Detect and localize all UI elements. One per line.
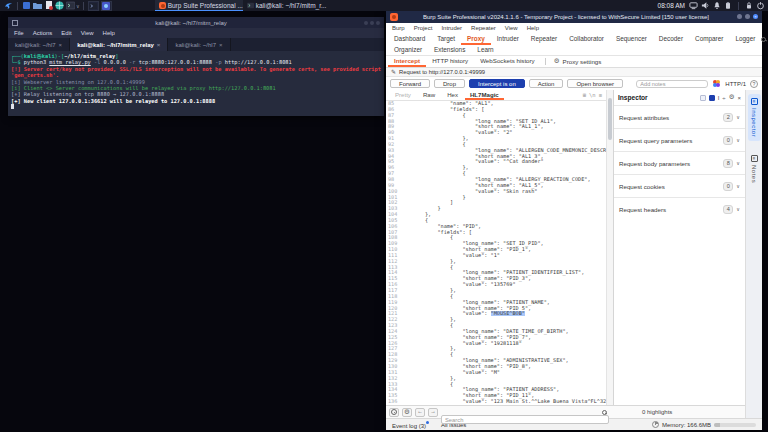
power-icon[interactable]	[756, 1, 765, 10]
tab-target[interactable]: Target	[431, 33, 461, 45]
close-icon[interactable]: ×	[219, 42, 223, 48]
subtab-websockets-history[interactable]: WebSockets history	[474, 56, 541, 67]
volume-icon[interactable]	[701, 1, 710, 10]
grid-view-icon[interactable]: ⊞	[583, 92, 586, 98]
add-notes-input[interactable]	[636, 80, 708, 88]
text-cursor-icon[interactable]: I	[718, 95, 720, 101]
chevron-down-icon[interactable]: ∨	[736, 114, 740, 120]
tab-collaborator[interactable]: Collaborator	[563, 33, 610, 45]
chevron-down-icon[interactable]: ∨	[736, 160, 740, 166]
inspector-row[interactable]: Request cookies0∨	[614, 174, 745, 197]
editor-tab-pretty[interactable]: Pretty	[390, 90, 416, 100]
inspector-row[interactable]: Request query parameters0∨	[614, 128, 745, 151]
close-icon[interactable]: ×	[737, 95, 741, 101]
burp-menu-view[interactable]: View	[505, 25, 518, 31]
tab-repeater[interactable]: Repeater	[525, 33, 563, 45]
gear-icon[interactable]: ⚙	[729, 94, 735, 101]
search-history-button[interactable]	[389, 408, 399, 417]
event-log-button[interactable]: Event log (3)	[392, 421, 429, 429]
minimize-icon[interactable]	[364, 21, 368, 25]
clipboard-icon[interactable]	[724, 1, 732, 10]
inspector-row[interactable]: Request body parameters8∨	[614, 151, 745, 174]
action-button[interactable]: Action	[529, 79, 564, 88]
inspector-row[interactable]: Request attributes2∨	[614, 105, 745, 128]
kali-menu-icon[interactable]	[4, 1, 13, 10]
clock[interactable]: 08:08 AM	[658, 2, 685, 9]
search-input[interactable]	[441, 415, 609, 424]
forward-button[interactable]: Forward	[390, 79, 430, 88]
terminal-menu-view[interactable]: View	[81, 30, 94, 36]
inspector-view-expanded-icon[interactable]	[709, 95, 715, 101]
taskbar-window-burp[interactable]: Burp Suite Professional ...	[155, 0, 243, 11]
workspace-terminal-icon[interactable]	[88, 1, 99, 11]
tab-logger[interactable]: Logger	[729, 33, 761, 45]
inspector-view-compact-icon[interactable]	[700, 95, 706, 101]
maximize-icon[interactable]	[745, 14, 750, 19]
tab-sequencer[interactable]: Sequencer	[610, 33, 653, 45]
close-icon[interactable]	[376, 21, 380, 25]
subtab-http-history[interactable]: HTTP history	[426, 56, 474, 67]
burp-menu-intruder[interactable]: Intruder	[441, 25, 462, 31]
editor-tab-raw[interactable]: Raw	[418, 90, 440, 100]
side-tab-inspector[interactable]: ≡Inspector	[748, 94, 761, 141]
editor-scrollbar[interactable]	[606, 90, 613, 405]
tab-organizer[interactable]: Organizer	[388, 45, 428, 55]
drop-button[interactable]: Drop	[434, 79, 465, 88]
close-icon[interactable]: ×	[157, 42, 161, 48]
terminal-window-controls[interactable]	[364, 21, 380, 25]
side-tab-notes[interactable]: ≡Notes	[748, 151, 761, 187]
next-match-button[interactable]: →	[428, 408, 438, 417]
help-icon[interactable]: ?	[750, 80, 758, 88]
lock-icon[interactable]	[745, 1, 753, 10]
burp-titlebar[interactable]: Burp Suite Professional v2024.1.1.6 - Te…	[386, 10, 762, 23]
burp-menu-burp[interactable]: Burp	[392, 25, 405, 31]
text-editor-launcher-icon[interactable]	[44, 1, 53, 10]
terminal-tab[interactable]: kali@kali: ~/hl7×	[8, 38, 70, 51]
chevron-down-icon[interactable]: ∨	[736, 206, 740, 212]
open-browser-button[interactable]: Open browser	[567, 79, 623, 88]
tab-extensions[interactable]: Extensions	[428, 45, 471, 55]
close-icon[interactable]: ×	[753, 14, 758, 19]
workspace-burp-icon[interactable]	[101, 1, 112, 11]
tab-dashboard[interactable]: Dashboard	[388, 33, 431, 45]
tab-intruder[interactable]: Intruder	[491, 33, 525, 45]
proxy-settings-button[interactable]: ⚙ Proxy settings	[550, 56, 606, 67]
launcher-dropdown-chevron-icon[interactable]: ∨	[76, 3, 80, 9]
newline-toggle-icon[interactable]: \n	[589, 92, 596, 98]
previous-match-button[interactable]: ←	[415, 408, 425, 417]
files-launcher-icon[interactable]	[22, 1, 31, 10]
editor-tab-hex[interactable]: Hex	[442, 90, 463, 100]
burp-menu-project[interactable]: Project	[414, 25, 433, 31]
inspector-row[interactable]: Request headers4∨	[614, 197, 745, 220]
taskbar-window-terminal[interactable]: kali@kali: ~/hl7/mitm_r...	[243, 0, 331, 11]
notifications-bell-icon[interactable]	[713, 1, 721, 10]
terminal-menu-edit[interactable]: Edit	[61, 30, 71, 36]
terminal-output[interactable]: ┌──(kali㉿kali)-[~/hl7/mitm_relay]└─$ pyt…	[8, 51, 384, 116]
chevron-down-icon[interactable]: ∨	[736, 183, 740, 189]
terminal-launcher-icon[interactable]	[66, 1, 75, 10]
scrollbar-thumb[interactable]	[608, 98, 612, 140]
terminal-menu-help[interactable]: Help	[103, 30, 115, 36]
search-button[interactable]: Search	[761, 36, 768, 43]
browser-launcher-icon[interactable]	[55, 1, 64, 10]
editor-tab-hl7magic[interactable]: HL7Magic	[465, 90, 504, 100]
burp-menu-repeater[interactable]: Repeater	[471, 25, 496, 31]
terminal-menu-file[interactable]: File	[14, 30, 24, 36]
display-icon[interactable]	[689, 1, 698, 10]
terminal-titlebar[interactable]: kali@kali: ~/hl7/mitm_relay	[8, 17, 384, 28]
split-view-icon[interactable]: ÷	[722, 95, 725, 101]
subtab-intercept[interactable]: Intercept	[388, 56, 426, 67]
folder-launcher-icon[interactable]	[33, 1, 42, 10]
burp-ai-icon[interactable]	[712, 79, 721, 88]
burp-menu-help[interactable]: Help	[527, 25, 539, 31]
chevron-down-icon[interactable]: ∨	[736, 137, 740, 143]
code-area[interactable]: 85 "name": "AL1",86 "fields": [87 {88 "l…	[386, 101, 606, 405]
intercept-toggle-button[interactable]: Intercept is on	[469, 79, 525, 88]
minimize-icon[interactable]	[737, 14, 742, 19]
search-settings-button[interactable]: ⚙	[402, 408, 412, 417]
tab-learn[interactable]: Learn	[471, 45, 499, 55]
close-icon[interactable]: ×	[59, 42, 63, 48]
tab-proxy[interactable]: Proxy	[461, 33, 491, 45]
terminal-menu-actions[interactable]: Actions	[33, 30, 53, 36]
tab-decoder[interactable]: Decoder	[653, 33, 689, 45]
